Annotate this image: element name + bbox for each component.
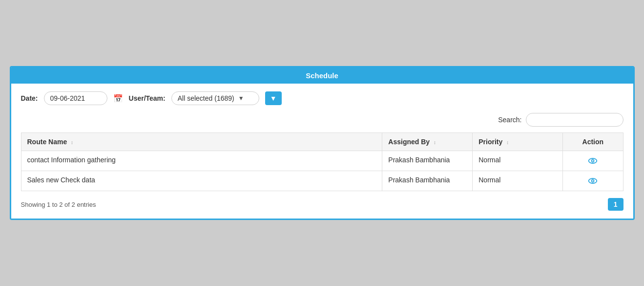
search-label: Search:	[498, 116, 521, 124]
cell-assigned-by: Prakash Bambhania	[382, 171, 473, 191]
main-content: Date: 📅 User/Team: All selected (1689) ▼…	[11, 84, 633, 219]
schedule-window: Schedule Date: 📅 User/Team: All selected…	[10, 66, 635, 220]
user-team-dropdown[interactable]: All selected (1689) ▼	[171, 91, 259, 105]
sort-icon-assigned: ↕	[434, 140, 436, 145]
cell-priority: Normal	[473, 171, 563, 191]
svg-point-2	[589, 178, 597, 183]
cell-route-name: contact Information gathering	[21, 151, 382, 171]
footer-row: Showing 1 to 2 of 2 entries 1	[21, 198, 623, 211]
search-input[interactable]	[526, 113, 623, 127]
user-team-label: User/Team:	[129, 94, 166, 102]
page-1-button[interactable]: 1	[608, 198, 623, 211]
col-priority[interactable]: Priority ↕	[473, 133, 563, 151]
calendar-icon[interactable]: 📅	[113, 94, 123, 103]
showing-text: Showing 1 to 2 of 2 entries	[21, 201, 96, 208]
date-label: Date:	[21, 94, 38, 102]
cell-action	[563, 171, 623, 191]
cell-action	[563, 151, 623, 171]
title-bar: Schedule	[11, 67, 633, 84]
sort-icon-route: ↕	[71, 140, 73, 145]
col-assigned-by[interactable]: Assigned By ↕	[382, 133, 473, 151]
filter-icon: ▼	[270, 94, 277, 102]
schedule-table: Route Name ↕ Assigned By ↕ Priority ↕ Ac…	[21, 132, 623, 191]
user-team-value: All selected (1689)	[178, 94, 234, 102]
sort-icon-priority: ↕	[506, 140, 509, 145]
table-row: Sales new Check dataPrakash BambhaniaNor…	[21, 171, 623, 191]
cell-route-name: Sales new Check data	[21, 171, 382, 191]
toolbar: Date: 📅 User/Team: All selected (1689) ▼…	[21, 91, 623, 105]
view-icon[interactable]	[569, 176, 617, 186]
cell-priority: Normal	[473, 151, 563, 171]
svg-point-0	[589, 158, 597, 163]
col-route-name[interactable]: Route Name ↕	[21, 133, 382, 151]
filter-button[interactable]: ▼	[265, 91, 282, 105]
svg-point-1	[592, 160, 594, 162]
table-header-row: Route Name ↕ Assigned By ↕ Priority ↕ Ac…	[21, 133, 623, 151]
cell-assigned-by: Prakash Bambhania	[382, 151, 473, 171]
table-row: contact Information gatheringPrakash Bam…	[21, 151, 623, 171]
chevron-down-icon: ▼	[238, 95, 244, 102]
search-row: Search:	[21, 113, 623, 127]
date-input[interactable]	[44, 91, 107, 105]
view-icon[interactable]	[569, 156, 617, 166]
window-title: Schedule	[306, 71, 338, 80]
col-action: Action	[563, 133, 623, 151]
svg-point-3	[592, 180, 594, 182]
